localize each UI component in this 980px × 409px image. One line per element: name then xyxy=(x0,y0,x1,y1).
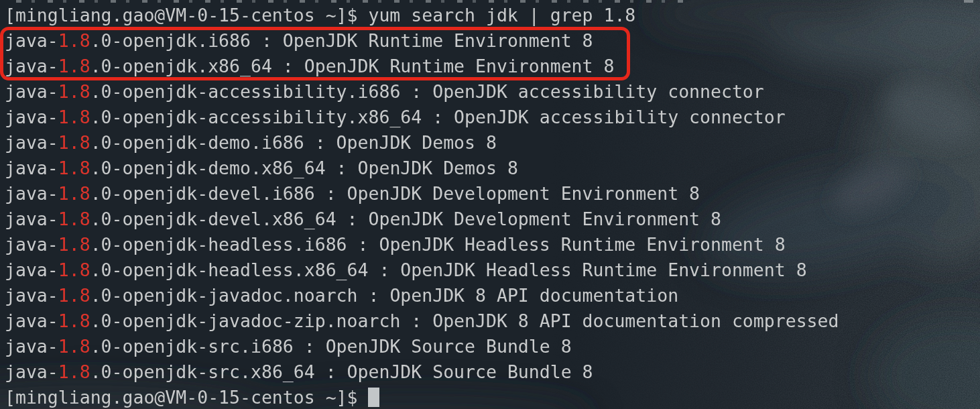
package-name-prefix: java- xyxy=(5,259,58,280)
result-line-1: java-1.8.0-openjdk.x86_64 : OpenJDK Runt… xyxy=(0,54,980,79)
terminal-cursor[interactable] xyxy=(368,388,379,407)
package-name-prefix: java- xyxy=(5,132,58,153)
grep-match: 1.8 xyxy=(58,361,90,382)
package-name-rest: .0-openjdk-headless.i686 : OpenJDK Headl… xyxy=(90,234,786,255)
result-line-6: java-1.8.0-openjdk-devel.i686 : OpenJDK … xyxy=(0,181,980,207)
result-line-8: java-1.8.0-openjdk-headless.i686 : OpenJ… xyxy=(0,232,980,257)
package-name-prefix: java- xyxy=(5,81,58,102)
package-name-rest: .0-openjdk-headless.x86_64 : OpenJDK Hea… xyxy=(90,259,807,280)
grep-match: 1.8 xyxy=(58,285,90,306)
grep-match: 1.8 xyxy=(58,107,90,127)
grep-match: 1.8 xyxy=(58,259,90,280)
grep-match: 1.8 xyxy=(58,310,90,331)
terminal-output[interactable]: [mingliang.gao@VM-0-15-centos ~]$yum sea… xyxy=(0,3,980,409)
grep-match: 1.8 xyxy=(58,81,90,102)
package-name-prefix: java- xyxy=(5,234,58,255)
command-line: [mingliang.gao@VM-0-15-centos ~]$yum sea… xyxy=(0,3,980,28)
package-name-prefix: java- xyxy=(5,285,58,306)
result-line-13: java-1.8.0-openjdk-src.x86_64 : OpenJDK … xyxy=(0,359,980,385)
package-name-rest: .0-openjdk-demo.i686 : OpenJDK Demos 8 xyxy=(90,132,497,153)
typed-command: yum search jdk | grep 1.8 xyxy=(368,5,635,25)
result-line-10: java-1.8.0-openjdk-javadoc.noarch : Open… xyxy=(0,283,980,308)
result-line-4: java-1.8.0-openjdk-demo.i686 : OpenJDK D… xyxy=(0,130,980,156)
shell-prompt: [mingliang.gao@VM-0-15-centos ~]$ xyxy=(5,387,358,408)
package-name-rest: .0-openjdk-src.x86_64 : OpenJDK Source B… xyxy=(90,361,593,382)
package-name-prefix: java- xyxy=(5,30,58,51)
result-line-0: java-1.8.0-openjdk.i686 : OpenJDK Runtim… xyxy=(0,28,980,54)
grep-match: 1.8 xyxy=(58,56,90,76)
result-line-2: java-1.8.0-openjdk-accessibility.i686 : … xyxy=(0,79,980,105)
package-name-prefix: java- xyxy=(5,361,58,382)
grep-match: 1.8 xyxy=(58,158,90,178)
grep-match: 1.8 xyxy=(58,132,90,153)
result-line-7: java-1.8.0-openjdk-devel.x86_64 : OpenJD… xyxy=(0,207,980,232)
package-name-prefix: java- xyxy=(5,56,58,76)
package-name-rest: .0-openjdk-demo.x86_64 : OpenJDK Demos 8 xyxy=(90,158,518,178)
package-name-prefix: java- xyxy=(5,183,58,204)
package-name-prefix: java- xyxy=(5,336,58,357)
terminal-window[interactable]: [mingliang.gao@VM-0-15-centos ~]$yum sea… xyxy=(0,0,980,409)
package-name-rest: .0-openjdk-javadoc-zip.noarch : OpenJDK … xyxy=(90,310,839,331)
result-line-5: java-1.8.0-openjdk-demo.x86_64 : OpenJDK… xyxy=(0,156,980,181)
result-line-3: java-1.8.0-openjdk-accessibility.x86_64 … xyxy=(0,105,980,130)
result-line-11: java-1.8.0-openjdk-javadoc-zip.noarch : … xyxy=(0,308,980,334)
package-name-prefix: java- xyxy=(5,107,58,127)
result-line-12: java-1.8.0-openjdk-src.i686 : OpenJDK So… xyxy=(0,334,980,359)
package-name-rest: .0-openjdk-javadoc.noarch : OpenJDK 8 AP… xyxy=(90,285,679,306)
current-prompt-line[interactable]: [mingliang.gao@VM-0-15-centos ~]$ xyxy=(0,385,980,409)
shell-prompt: [mingliang.gao@VM-0-15-centos ~]$ xyxy=(5,5,358,25)
package-name-prefix: java- xyxy=(5,310,58,331)
package-name-rest: .0-openjdk-devel.i686 : OpenJDK Developm… xyxy=(90,183,700,204)
result-line-9: java-1.8.0-openjdk-headless.x86_64 : Ope… xyxy=(0,257,980,283)
package-name-prefix: java- xyxy=(5,158,58,178)
package-name-rest: .0-openjdk-accessibility.x86_64 : OpenJD… xyxy=(90,107,786,127)
grep-match: 1.8 xyxy=(58,234,90,255)
package-name-rest: .0-openjdk.i686 : OpenJDK Runtime Enviro… xyxy=(90,30,593,51)
package-name-prefix: java- xyxy=(5,209,58,229)
package-name-rest: .0-openjdk-accessibility.i686 : OpenJDK … xyxy=(90,81,764,102)
package-name-rest: .0-openjdk.x86_64 : OpenJDK Runtime Envi… xyxy=(90,56,615,76)
grep-match: 1.8 xyxy=(58,183,90,204)
package-name-rest: .0-openjdk-src.i686 : OpenJDK Source Bun… xyxy=(90,336,572,357)
grep-match: 1.8 xyxy=(58,30,90,51)
grep-match: 1.8 xyxy=(58,209,90,229)
package-name-rest: .0-openjdk-devel.x86_64 : OpenJDK Develo… xyxy=(90,209,721,229)
grep-match: 1.8 xyxy=(58,336,90,357)
